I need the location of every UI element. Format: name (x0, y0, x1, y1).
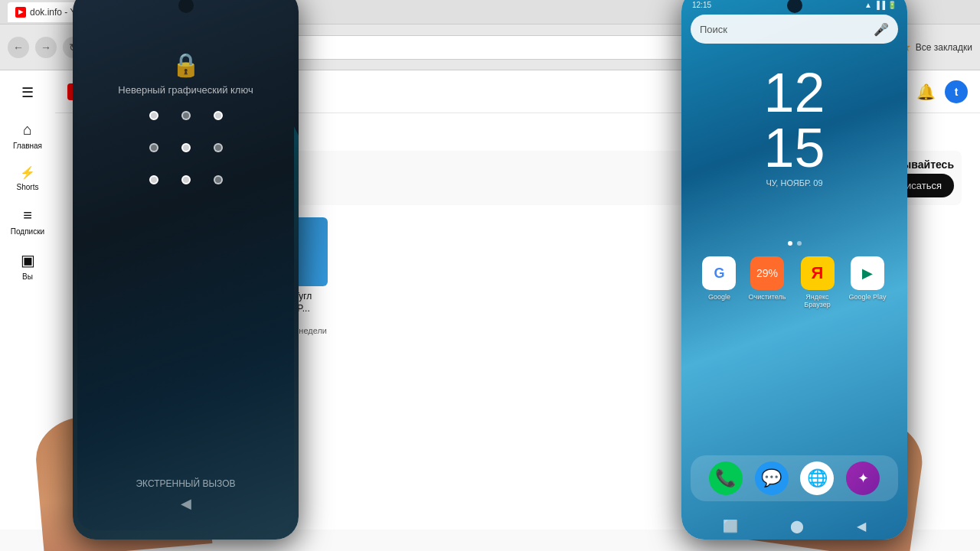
home-icon: ⌂ (23, 121, 32, 139)
video-channel-1: dok19 dok19 ✓ (74, 317, 196, 326)
sidebar-item-subscriptions[interactable]: ≡ Подписки (3, 201, 52, 242)
address-text: youtube.com/to... (116, 41, 193, 53)
video-channel-2: dok19 dok19 ✓ (205, 317, 328, 326)
youtube-header-right: 🔍 🔔 t (890, 80, 968, 103)
tab-favicon-yt: ▶ (15, 7, 26, 18)
youtube-content: Рекомендации D dok.info 346 видео Подпис… (55, 113, 980, 357)
video-views-2: 1.3 тыс. просмотров (205, 326, 284, 335)
video-card-2[interactable]: 1 СПОСОБ УДАЛИТЬГУГЛАККАУНТ Realme с11 У… (205, 217, 328, 344)
tab-label-1: dok.info - YouTube (30, 7, 106, 18)
forward-button[interactable]: → (35, 37, 57, 58)
channel-meta: 346 видео (130, 173, 850, 184)
video-title-2: Realme с11 Удалить Гугл аккаунт 1 способ… (205, 291, 328, 315)
tab-close-2[interactable]: ✕ (241, 7, 248, 17)
channel-name: dok.info (130, 158, 850, 171)
browser-tab-active[interactable]: ▶ dok.info - YouTube ✕ (8, 2, 130, 22)
browser-tab-inactive[interactable]: DESKTOP-... ✕ (133, 2, 256, 22)
channel-info: dok.info 346 видео (130, 158, 850, 184)
recommend-title: Рекомендации (74, 126, 962, 142)
subscribe-section: Подписывайтесь Подписаться (862, 158, 954, 197)
security-lock-icon: 🔒 (100, 42, 112, 53)
channel-name-1: dok19 dok19 (74, 317, 122, 326)
verified-icon-1: ✓ (124, 318, 130, 326)
video-stats-2: 1.3 тыс. просмотров • 3 недели назад (205, 326, 328, 344)
sidebar-item-you[interactable]: ▣ Вы (3, 245, 52, 287)
video-card-1[interactable]: 2 СПОСОБ УДАЛИТЬГУГЛАККАУНТ REALME C11 3… (74, 217, 196, 344)
address-bar[interactable]: 🔒 youtube.com/to... (90, 35, 888, 60)
subscribe-cta: Подписывайтесь (862, 158, 954, 171)
youtube-header: ▶ YouTubeRU Главная 🔍 🔔 t (55, 70, 980, 113)
notification-bell-icon[interactable]: 🔔 (916, 83, 936, 101)
channel-section: D dok.info 346 видео Подписывайтесь Подп… (74, 151, 962, 205)
channel-name-2: dok19 dok19 (205, 317, 253, 326)
sidebar-you-label: Вы (22, 272, 33, 281)
hamburger-menu-button[interactable]: ☰ (15, 78, 40, 107)
shorts-icon: ⚡ (20, 165, 35, 180)
video-grid: 2 СПОСОБ УДАЛИТЬГУГЛАККАУНТ REALME C11 3… (74, 217, 962, 344)
sidebar-home-label: Главная (13, 142, 42, 150)
thumb-overlay-2: 1 СПОСОБ УДАЛИТЬГУГЛАККАУНТ (207, 219, 243, 253)
browser-tabs-bar: ▶ dok.info - YouTube ✕ DESKTOP-... ✕ (0, 0, 980, 24)
tab-close-1[interactable]: ✕ (116, 7, 122, 17)
thumb-overlay-1: 2 СПОСОБ УДАЛИТЬГУГЛАККАУНТ REALME C11 (75, 219, 116, 260)
video-title-1: Забытого Гугл аккаунта Realme C11 / ... (74, 291, 196, 315)
channel-subs: 346 видео (130, 173, 174, 184)
verified-icon-2: ✓ (256, 318, 262, 326)
video-duration-1: 3:44 (171, 272, 193, 283)
bookmarks-star-icon: ★ (900, 40, 911, 54)
youtube-logo-ru: RU (156, 87, 167, 96)
sidebar-item-home[interactable]: ⌂ Главная (3, 115, 52, 156)
video-thumb-2: 1 СПОСОБ УДАЛИТЬГУГЛАККАУНТ (205, 217, 328, 286)
refresh-button[interactable]: ↻ (63, 37, 84, 58)
tab-home-active[interactable]: Главная (194, 82, 253, 101)
user-avatar[interactable]: t (945, 80, 968, 103)
tab-label-2: DESKTOP-... (141, 7, 195, 18)
subscriptions-icon: ≡ (23, 207, 32, 224)
youtube-logo-icon: ▶ (67, 83, 87, 100)
search-icon[interactable]: 🔍 (890, 83, 907, 100)
bookmark-all-label: Все закладки (916, 42, 972, 53)
browser-toolbar: ← → ↻ 🔒 youtube.com/to... ★ Все закладки (0, 24, 980, 70)
sidebar-shorts-label: Shorts (17, 183, 39, 191)
youtube-logo-text: YouTube (90, 83, 153, 100)
sidebar-subs-label: Подписки (11, 227, 44, 236)
video-views-1: 1.3 тыс. просмотров (74, 326, 152, 335)
video-stats-1: 1.3 тыс. просмотров • 3 недели назад (74, 326, 196, 344)
sidebar-item-shorts[interactable]: ⚡ Shorts (3, 159, 52, 197)
back-button[interactable]: ← (8, 37, 29, 58)
youtube-logo[interactable]: ▶ YouTubeRU (67, 83, 167, 100)
you-icon: ▣ (21, 251, 35, 269)
video-thumb-1: 2 СПОСОБ УДАЛИТЬГУГЛАККАУНТ REALME C11 3… (74, 217, 196, 286)
subscribe-button[interactable]: Подписаться (870, 174, 954, 197)
channel-avatar: D (81, 158, 118, 195)
